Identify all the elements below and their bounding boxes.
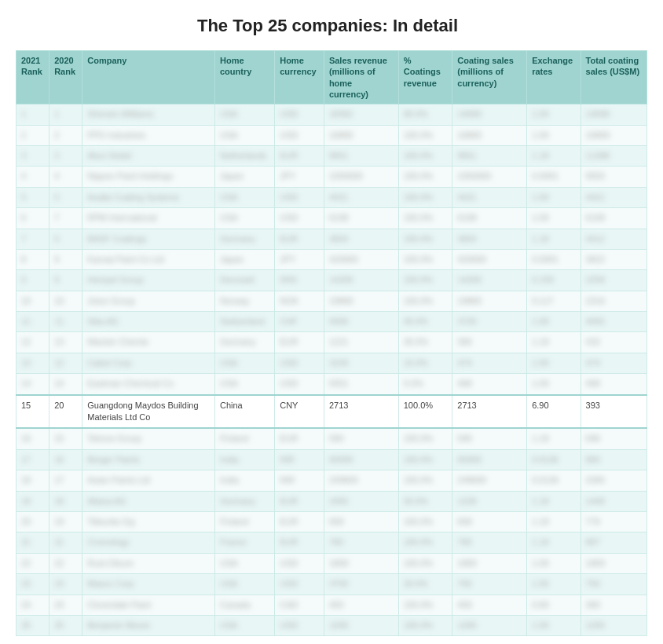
- cell-exchangeRates: 1.09: [527, 312, 581, 332]
- cell-company: Axalta Coating Systems: [82, 187, 215, 207]
- table-row: 22PPG IndustriesUSAUSD16800100.0%168001.…: [16, 125, 647, 145]
- cell-currency: USD: [275, 104, 324, 125]
- cell-rank2020: 17: [49, 470, 82, 491]
- cell-rank2021: 15: [16, 395, 49, 429]
- cell-exchangeRates: 1.18: [527, 512, 581, 532]
- cell-pctCoatings: 100.0%: [398, 428, 452, 449]
- cell-rank2020: 18: [49, 491, 82, 511]
- cell-pctCoatings: 100.0%: [398, 229, 452, 249]
- cell-rank2021: 10: [16, 291, 49, 311]
- cell-rank2020: 15: [49, 428, 82, 449]
- cell-company: Altana AG: [82, 491, 215, 511]
- cell-exchangeRates: 1.18: [527, 145, 581, 166]
- cell-pctCoatings: 100.0%: [398, 615, 452, 635]
- cell-country: USA: [214, 208, 274, 229]
- cell-company: RPM International: [82, 208, 215, 229]
- cell-salesRevenue: 14200: [324, 270, 398, 291]
- cell-exchangeRates: 0.0091: [527, 249, 581, 269]
- cell-totalCoating: 6108: [581, 208, 647, 229]
- cell-country: USA: [214, 125, 274, 145]
- cell-coatingSales: 6108: [452, 208, 527, 229]
- cell-exchangeRates: 1.18: [527, 229, 581, 249]
- cell-exchangeRates: 1.00: [527, 208, 581, 229]
- cell-country: USA: [214, 553, 274, 573]
- cell-country: India: [214, 470, 274, 491]
- table-row: 1615Teknos GroupFinlandEUR590100.0%5901.…: [16, 428, 647, 449]
- table-row: 1312Cabot CorpUSAUSD315915.0%4741.00474: [16, 353, 647, 373]
- cell-exchangeRates: 1.18: [527, 532, 581, 553]
- cell-salesRevenue: 65000: [324, 449, 398, 470]
- cell-currency: CNY: [275, 395, 324, 429]
- cell-coatingSales: 468: [452, 374, 527, 395]
- table-row: 2222Rust-OleumUSAUSD1800100.0%18001.0018…: [16, 553, 647, 573]
- cell-country: Germany: [214, 332, 274, 353]
- cell-company: Nippon Paint Holdings: [82, 166, 215, 187]
- cell-currency: EUR: [275, 512, 324, 532]
- cell-country: USA: [214, 353, 274, 373]
- cell-company: Kansai Paint Co Ltd: [82, 249, 215, 269]
- cell-country: USA: [214, 187, 274, 207]
- cell-coatingSales: 249600: [452, 470, 527, 491]
- cell-salesRevenue: 9351: [324, 374, 398, 395]
- col-header-currency: Homecurrency: [275, 51, 324, 104]
- cell-exchangeRates: 0.0091: [527, 166, 581, 187]
- cell-rank2020: 16: [49, 449, 82, 470]
- cell-coatingSales: 3654: [452, 229, 527, 249]
- cell-currency: EUR: [275, 428, 324, 449]
- cell-company: Benjamin Moore: [82, 615, 215, 635]
- cell-totalCoating: 474: [581, 353, 647, 373]
- col-header-coating: Coating sales(millions ofcurrency): [452, 51, 527, 104]
- cell-salesRevenue: 4421: [324, 187, 398, 207]
- cell-rank2020: 12: [49, 353, 82, 373]
- cell-coatingSales: 1800: [452, 553, 527, 573]
- cell-company: BASF Coatings: [82, 229, 215, 249]
- cell-currency: USD: [275, 374, 324, 395]
- cell-exchangeRates: 1.18: [527, 428, 581, 449]
- cell-salesRevenue: 1800: [324, 553, 398, 573]
- col-header-country: Home country: [214, 51, 274, 104]
- col-header-total: Total coatingsales (US$M): [581, 51, 647, 104]
- col-header-rank2020: 2020Rank: [49, 51, 82, 104]
- cell-totalCoating: 4421: [581, 187, 647, 207]
- cell-company: Hempel Group: [82, 270, 215, 291]
- cell-country: Germany: [214, 491, 274, 511]
- cell-exchangeRates: 1.00: [527, 374, 581, 395]
- cell-exchangeRates: 0.0136: [527, 449, 581, 470]
- cell-totalCoating: 750: [581, 574, 647, 595]
- cell-pctCoatings: 100.0%: [398, 291, 452, 311]
- cell-totalCoating: 1200: [581, 615, 647, 635]
- cell-currency: USD: [275, 208, 324, 229]
- cell-totalCoating: 16800: [581, 125, 647, 145]
- cell-coatingSales: 420000: [452, 249, 527, 269]
- table-row: 76BASF CoatingsGermanyEUR3654100.0%36541…: [16, 229, 647, 249]
- table-row: 1111Sika AGSwitzerlandCHF930040.0%37201.…: [16, 312, 647, 332]
- cell-coatingSales: 2713: [452, 395, 527, 429]
- cell-country: Germany: [214, 229, 274, 249]
- cell-pctCoatings: 100.0%: [398, 166, 452, 187]
- cell-salesRevenue: 590: [324, 428, 398, 449]
- cell-country: Finland: [214, 512, 274, 532]
- cell-rank2021: 24: [16, 595, 49, 615]
- cell-totalCoating: 776: [581, 512, 647, 532]
- cell-pctCoatings: 5.0%: [398, 374, 452, 395]
- cell-rank2020: 6: [49, 229, 82, 249]
- cell-company: Asian Paints Ltd: [82, 470, 215, 491]
- cell-currency: USD: [275, 615, 324, 635]
- cell-salesRevenue: 1050000: [324, 166, 398, 187]
- table-wrapper: 2021Rank 2020Rank Company Home country H…: [16, 50, 647, 636]
- cell-pctCoatings: 100.0%: [398, 595, 452, 615]
- cell-exchangeRates: 0.0136: [527, 470, 581, 491]
- table-row: 55Axalta Coating SystemsUSAUSD4421100.0%…: [16, 187, 647, 207]
- cell-rank2021: 14: [16, 374, 49, 395]
- cell-company: Guangdong Maydos Building Materials Ltd …: [82, 395, 215, 429]
- cell-rank2020: 22: [49, 553, 82, 573]
- cell-rank2021: 19: [16, 491, 49, 511]
- cell-currency: EUR: [275, 532, 324, 553]
- cell-totalCoating: 696: [581, 428, 647, 449]
- cell-company: Sika AG: [82, 312, 215, 332]
- cell-coatingSales: 590: [452, 428, 527, 449]
- cell-rank2020: 5: [49, 187, 82, 207]
- cell-rank2020: 24: [49, 595, 82, 615]
- table-row: 67RPM InternationalUSAUSD6108100.0%61081…: [16, 208, 647, 229]
- cell-salesRevenue: 658: [324, 512, 398, 532]
